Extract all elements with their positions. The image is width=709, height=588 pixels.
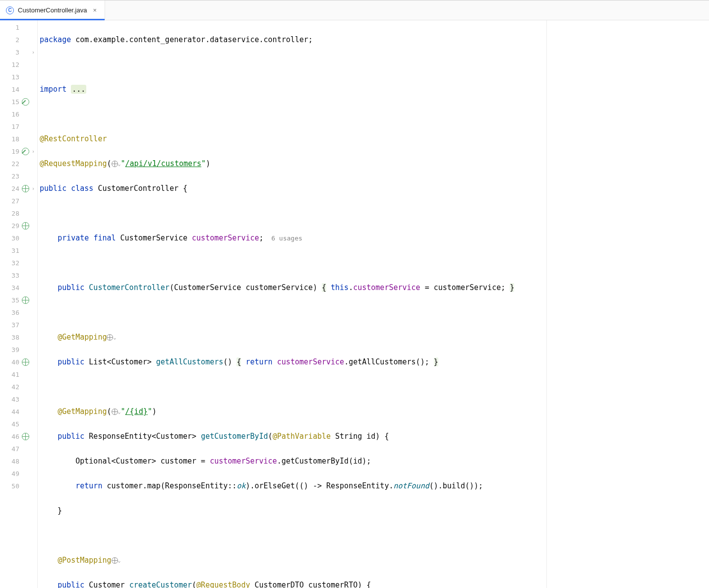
globe-icon[interactable]	[107, 334, 113, 341]
gutter-line[interactable]: 31	[0, 244, 37, 257]
tab-bar: C CustomerController.java ×	[0, 0, 709, 20]
code-line	[40, 257, 709, 269]
code-area[interactable]: package com.example.content_generator.da…	[38, 20, 709, 588]
editor-body: 123›1213141516171819›222324›272829303132…	[0, 20, 709, 588]
gutter-line[interactable]: 40	[0, 356, 37, 368]
gutter-line[interactable]: 23	[0, 170, 37, 182]
gutter-line[interactable]: 45	[0, 418, 37, 430]
endpoint-icon[interactable]	[21, 358, 29, 366]
code-line: Optional<Customer> customer = customerSe…	[40, 455, 709, 468]
gutter-line[interactable]: 34	[0, 282, 37, 294]
code-line: package com.example.content_generator.da…	[40, 34, 709, 46]
gutter-line[interactable]: 39	[0, 344, 37, 356]
gutter-line[interactable]: 49	[0, 468, 37, 480]
gutter-line[interactable]: 32	[0, 257, 37, 269]
gutter-line[interactable]: 46	[0, 430, 37, 443]
code-line: private final CustomerService customerSe…	[40, 232, 709, 244]
gutter-line[interactable]: 17	[0, 120, 37, 133]
gutter-line[interactable]: 3›	[0, 46, 37, 59]
gutter-line[interactable]: 22	[0, 158, 37, 170]
chevron-down-icon[interactable]: ⌄	[118, 554, 121, 567]
globe-icon[interactable]	[112, 409, 118, 415]
gutter-line[interactable]: 50	[0, 480, 37, 492]
code-line	[40, 108, 709, 120]
code-line: @GetMapping(⌄"/{id}")	[40, 406, 709, 418]
code-line	[40, 207, 709, 220]
gutter-line[interactable]: 2	[0, 34, 37, 46]
code-line: return customer.map(ResponseEntity::ok).…	[40, 480, 709, 492]
chevron-down-icon[interactable]: ⌄	[113, 331, 116, 344]
gutter-line[interactable]: 44	[0, 406, 37, 418]
globe-icon[interactable]	[112, 161, 118, 167]
fold-toggle-icon[interactable]: ›	[30, 149, 36, 155]
gutter-line[interactable]: 29	[0, 220, 37, 232]
gutter-line[interactable]: 36	[0, 306, 37, 319]
gutter-line[interactable]: 43	[0, 393, 37, 406]
endpoint-icon[interactable]	[21, 222, 29, 230]
gutter-line[interactable]: 37	[0, 319, 37, 331]
gutter-line[interactable]: 41	[0, 368, 37, 381]
close-icon[interactable]: ×	[91, 5, 99, 15]
gutter-line[interactable]: 28	[0, 207, 37, 220]
gutter-line[interactable]: 48	[0, 455, 37, 468]
gutter-line[interactable]: 24›	[0, 182, 37, 195]
tab-title: CustomerController.java	[18, 6, 87, 14]
globe-icon[interactable]	[112, 557, 118, 564]
gutter-line[interactable]: 15	[0, 96, 37, 108]
fold-marker[interactable]: ...	[71, 85, 86, 94]
endpoint-icon[interactable]	[21, 296, 29, 304]
fold-toggle-icon[interactable]: ›	[30, 186, 36, 192]
gutter-line[interactable]: 33	[0, 269, 37, 282]
gutter-line[interactable]: 47	[0, 443, 37, 455]
gutter-line[interactable]: 30	[0, 232, 37, 244]
code-line: public ResponseEntity<Customer> getCusto…	[40, 430, 709, 443]
code-line: @GetMapping⌄	[40, 331, 709, 344]
run-icon[interactable]	[21, 148, 29, 156]
gutter-line[interactable]: 42	[0, 381, 37, 393]
gutter-line[interactable]: 14	[0, 83, 37, 96]
code-line: import ...	[40, 83, 709, 96]
code-line	[40, 306, 709, 319]
gutter-line[interactable]: 16	[0, 108, 37, 120]
code-line	[40, 381, 709, 393]
gutter-line[interactable]: 19›	[0, 145, 37, 158]
code-line	[40, 59, 709, 71]
endpoint-icon[interactable]	[21, 433, 29, 441]
code-line: public Customer createCustomer(@RequestB…	[40, 579, 709, 588]
class-icon: C	[6, 6, 14, 14]
gutter-line[interactable]: 35	[0, 294, 37, 306]
tab-customer-controller[interactable]: C CustomerController.java ×	[0, 0, 105, 20]
gutter-line[interactable]: 18	[0, 133, 37, 145]
code-line: @RequestMapping(⌄"/api/v1/customers")	[40, 158, 709, 170]
code-line: @RestController	[40, 133, 709, 145]
gutter-line[interactable]: 13	[0, 71, 37, 83]
endpoint-icon[interactable]	[21, 185, 29, 193]
run-icon[interactable]	[21, 98, 29, 106]
editor-window: C CustomerController.java × 123›12131415…	[0, 0, 709, 588]
gutter-line[interactable]: 12	[0, 59, 37, 71]
code-line: }	[40, 505, 709, 517]
code-line: public class CustomerController {	[40, 182, 709, 195]
fold-toggle-icon[interactable]: ›	[30, 50, 36, 56]
gutter-line[interactable]: 38	[0, 331, 37, 344]
code-line: public List<Customer> getAllCustomers() …	[40, 356, 709, 368]
usages-hint[interactable]: 6 usages	[264, 235, 302, 242]
gutter-line[interactable]: 1	[0, 21, 37, 34]
code-line: @PostMapping⌄	[40, 554, 709, 567]
gutter-line[interactable]: 27	[0, 195, 37, 207]
code-line	[40, 529, 709, 542]
gutter: 123›1213141516171819›222324›272829303132…	[0, 20, 38, 588]
code-line: public CustomerController(CustomerServic…	[40, 282, 709, 294]
